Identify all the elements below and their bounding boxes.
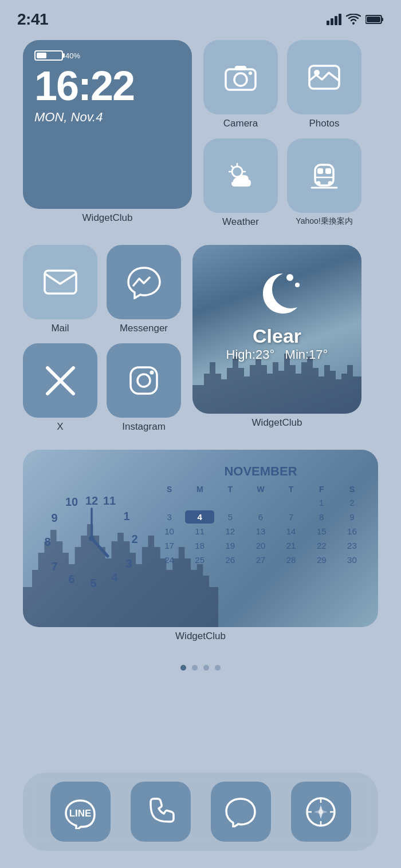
cal-header-cell: S [337,483,367,495]
camera-app-icon[interactable] [203,40,278,114]
weather-content: Clear High:23° Min:17° [192,245,361,414]
instagram-app-icon[interactable] [107,343,181,418]
cal-day-cell: 21 [277,539,306,552]
yahoo-app-container: Yahoo!乗換案内 [287,138,361,228]
cal-day-cell: 23 [337,539,367,552]
clock-widget-label: WidgetClub [82,212,133,224]
weather-widget[interactable]: Clear High:23° Min:17° [192,245,361,414]
safari-icon [304,795,338,829]
yahoo-app-icon[interactable] [287,138,361,213]
safari-app-icon[interactable] [291,782,351,842]
phone-app-container [131,782,191,842]
weather-min: Min:17° [285,347,328,362]
instagram-app-container: Instagram [107,343,181,433]
camera-icon [223,62,258,92]
home-content: 40% 16:22 MON, Nov.4 WidgetClub [0,34,401,671]
svg-rect-6 [382,18,383,21]
line-app-container: LINE [50,782,111,842]
x-label: X [57,421,63,433]
mail-app-icon[interactable] [23,245,97,319]
svg-rect-28 [45,271,76,294]
cal-header-cell: S [155,483,184,495]
svg-text:8: 8 [44,536,50,548]
photos-label: Photos [309,118,340,129]
wifi-icon [346,14,361,25]
cal-grid: SMTWTFS123456789101112131415161718192021… [155,483,367,566]
messenger-icon [125,265,163,299]
messages-app-icon[interactable] [211,782,271,842]
weather-label: Weather [222,216,259,228]
svg-point-26 [328,181,332,185]
camera-app-container: Camera [203,40,278,129]
svg-text:10: 10 [65,496,77,508]
row1: 40% 16:22 MON, Nov.4 WidgetClub [23,40,378,228]
cal-header-cell: T [215,483,245,495]
svg-point-4 [352,22,355,25]
cal-day-cell: 25 [185,553,214,566]
cal-day-cell [215,496,245,509]
calendar-widget[interactable]: 12 1 2 3 4 5 6 7 8 9 10 11 [23,450,378,627]
cal-day-cell: 28 [277,553,306,566]
page-dot-2 [192,665,198,671]
cal-day-cell: 19 [215,539,245,552]
moon-icon [249,265,306,322]
cal-day-cell [246,496,275,509]
cal-header-cell: F [307,483,336,495]
svg-rect-22 [317,168,323,174]
svg-point-11 [249,72,252,75]
messages-app-container [211,782,271,842]
cal-day-cell: 26 [215,553,245,566]
x-app-icon[interactable] [23,343,97,418]
cal-day-cell: 12 [215,525,245,538]
svg-point-34 [286,274,293,281]
cal-day-cell: 7 [277,510,306,524]
svg-line-19 [231,166,233,168]
phone-app-icon[interactable] [131,782,191,842]
cal-day-cell: 2 [337,496,367,509]
mail-label: Mail [51,323,69,334]
svg-rect-3 [339,14,341,25]
svg-point-13 [314,70,320,76]
phone-icon [145,796,176,827]
svg-text:1: 1 [123,510,129,522]
svg-text:LINE: LINE [69,808,92,819]
battery-fill [37,53,46,58]
svg-point-35 [295,283,300,287]
photos-icon [307,62,341,92]
svg-text:5: 5 [90,577,96,589]
weather-app-icon[interactable] [203,138,278,213]
status-time: 2:41 [17,10,48,29]
battery-pct: 40% [65,51,80,60]
svg-text:12: 12 [85,494,97,507]
cal-header-cell: T [277,483,306,495]
yahoo-train-icon [307,160,341,192]
cal-day-cell: 27 [246,553,275,566]
cal-day-cell: 11 [185,525,214,538]
svg-text:3: 3 [125,557,132,570]
photos-app-container: Photos [287,40,361,129]
photos-app-icon[interactable] [287,40,361,114]
clock-widget-container: 40% 16:22 MON, Nov.4 WidgetClub [23,40,192,224]
line-icon: LINE [63,795,97,829]
row2: Mail Messenger [23,245,378,433]
instagram-label: Instagram [122,421,166,433]
bottom-apps-row: Weather [203,138,378,228]
top-apps-row: Camera Photos [203,40,378,129]
cal-day-cell: 29 [307,553,336,566]
signal-icon [327,14,341,25]
calendar-widget-label: WidgetClub [23,631,378,642]
status-icons [327,14,384,25]
cal-day-cell: 8 [307,510,336,524]
weather-widget-container: Clear High:23° Min:17° WidgetClub [192,245,361,429]
svg-text:9: 9 [51,512,57,524]
svg-rect-1 [331,18,333,25]
cal-day-cell: 30 [337,553,367,566]
line-app-icon[interactable]: LINE [50,782,111,842]
svg-text:2: 2 [131,533,137,545]
messenger-app-container: Messenger [107,245,181,334]
messages-icon [223,796,258,827]
widget-battery-bar: 40% [34,50,180,61]
clock-widget[interactable]: 40% 16:22 MON, Nov.4 [23,40,192,209]
messenger-app-icon[interactable] [107,245,181,319]
cal-day-cell: 17 [155,539,184,552]
